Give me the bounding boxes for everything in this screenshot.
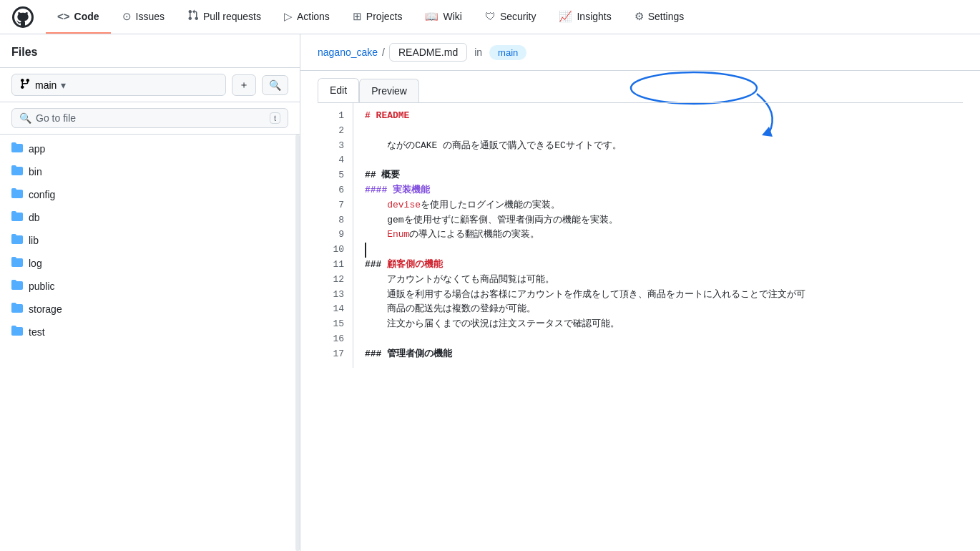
line-number-14: 14 (318, 302, 353, 317)
tab-projects[interactable]: ⊞ Projects (341, 0, 414, 34)
search-input[interactable] (36, 112, 265, 124)
wiki-icon: 📖 (425, 10, 438, 23)
line-number-15: 15 (318, 317, 353, 332)
editor-tab-preview[interactable]: Preview (359, 79, 419, 102)
code-line-11: ### 顧客側の機能 (365, 258, 963, 273)
tab-settings[interactable]: ⚙ Settings (623, 0, 696, 34)
editor-tab-edit[interactable]: Edit (318, 78, 359, 102)
tab-issues[interactable]: ⊙ Issues (111, 0, 176, 34)
line-number-7: 7 (318, 198, 353, 213)
tab-wiki[interactable]: 📖 Wiki (413, 0, 473, 34)
file-item-test[interactable]: test (0, 321, 300, 343)
line-number-8: 8 (318, 213, 353, 228)
tab-security-label: Security (500, 11, 536, 22)
file-name: public (29, 281, 55, 292)
line-numbers: 1234567891011121314151617 (318, 103, 353, 368)
branch-chevron-icon: ▾ (61, 79, 66, 91)
sidebar-header: Files (0, 34, 300, 68)
file-tree-container: app bin config db lib log public storage… (0, 135, 300, 551)
code-line-9: Enumの導入による翻訳機能の実装。 (365, 228, 963, 243)
editor-area[interactable]: 1234567891011121314151617 # README ながのCA… (318, 102, 963, 551)
folder-icon (11, 165, 23, 179)
code-lines[interactable]: # README ながのCAKE の商品を通販で購入できるECサイトです。## … (353, 103, 963, 368)
code-line-15: 注文から届くまでの状況は注文ステータスで確認可能。 (365, 317, 963, 332)
file-item-app[interactable]: app (0, 137, 300, 160)
folder-icon (11, 279, 23, 293)
file-item-config[interactable]: config (0, 183, 300, 206)
security-icon: 🛡 (485, 10, 496, 22)
branch-button[interactable]: main ▾ (11, 74, 226, 96)
tab-insights[interactable]: 📈 Insights (547, 0, 622, 34)
add-file-button[interactable]: ＋ (232, 74, 256, 96)
breadcrumb-in-label: in (474, 47, 482, 58)
main-content: nagano_cake / README.md in main Edit Pre… (300, 34, 980, 551)
line-number-12: 12 (318, 273, 353, 288)
search-input-wrap: 🔍 t (11, 108, 288, 128)
tab-actions[interactable]: ▷ Actions (273, 0, 341, 34)
breadcrumb-bar: nagano_cake / README.md in main (300, 34, 980, 71)
file-item-public[interactable]: public (0, 275, 300, 298)
file-name: lib (29, 235, 39, 246)
file-name: storage (29, 303, 62, 315)
line-number-3: 3 (318, 139, 353, 154)
file-name: app (29, 143, 45, 155)
line-number-13: 13 (318, 288, 353, 303)
tab-actions-label: Actions (297, 11, 330, 22)
file-name: log (29, 258, 42, 269)
branch-icon (19, 78, 31, 92)
line-number-17: 17 (318, 347, 353, 362)
breadcrumb-repo-link[interactable]: nagano_cake (318, 47, 378, 58)
insights-icon: 📈 (559, 10, 572, 23)
branch-name: main (35, 79, 57, 91)
breadcrumb-separator: / (382, 47, 385, 58)
tab-code[interactable]: <> Code (46, 0, 111, 34)
line-number-6: 6 (318, 183, 353, 198)
folder-icon (11, 142, 23, 156)
code-editor: 1234567891011121314151617 # README ながのCA… (318, 103, 963, 368)
line-number-4: 4 (318, 153, 353, 168)
folder-icon (11, 233, 23, 248)
nav-tabs: <> Code ⊙ Issues Pull requests ▷ Actions… (46, 0, 695, 34)
tab-pull-requests-label: Pull requests (203, 11, 261, 22)
file-list: app bin config db lib log public storage… (0, 135, 300, 346)
code-line-13: 通販を利用する場合はお客様にアカウントを作成をして頂き、商品をカートに入れること… (365, 288, 963, 303)
tab-projects-label: Projects (366, 11, 403, 22)
code-line-2 (365, 124, 963, 139)
file-item-lib[interactable]: lib (0, 229, 300, 252)
tab-security[interactable]: 🛡 Security (474, 0, 548, 34)
tab-pull-requests[interactable]: Pull requests (176, 0, 273, 34)
line-number-16: 16 (318, 332, 353, 347)
breadcrumb-filename: README.md (389, 43, 467, 62)
code-line-6: #### 実装機能 (365, 183, 963, 198)
folder-icon (11, 187, 23, 202)
branch-selector: main ▾ ＋ 🔍 (0, 68, 300, 102)
code-line-10 (365, 243, 963, 258)
scrollbar-track[interactable] (295, 135, 300, 551)
pull-requests-icon (187, 9, 199, 23)
tab-insights-label: Insights (577, 11, 611, 22)
code-line-7: deviseを使用したログイン機能の実装。 (365, 198, 963, 213)
file-item-db[interactable]: db (0, 206, 300, 229)
line-number-9: 9 (318, 228, 353, 243)
main-layout: Files main ▾ ＋ 🔍 🔍 t app (0, 34, 980, 551)
editor-toolbar: Edit Preview (300, 71, 980, 102)
line-number-11: 11 (318, 258, 353, 273)
settings-icon: ⚙ (634, 10, 644, 23)
code-line-4 (365, 153, 963, 168)
actions-icon: ▷ (284, 10, 293, 23)
tab-settings-label: Settings (648, 11, 685, 22)
code-line-12: アカウントがなくても商品閲覧は可能。 (365, 273, 963, 288)
logo (11, 6, 34, 29)
file-item-log[interactable]: log (0, 252, 300, 275)
folder-icon (11, 302, 23, 316)
search-files-button[interactable]: 🔍 (262, 75, 288, 95)
code-icon: <> (57, 10, 70, 22)
file-item-storage[interactable]: storage (0, 298, 300, 321)
file-name: config (29, 189, 55, 200)
file-item-bin[interactable]: bin (0, 160, 300, 183)
folder-icon (11, 325, 23, 339)
code-line-1: # README (365, 109, 963, 124)
code-line-8: gemを使用せずに顧客側、管理者側両方の機能を実装。 (365, 213, 963, 228)
top-nav: <> Code ⊙ Issues Pull requests ▷ Actions… (0, 0, 980, 34)
line-number-5: 5 (318, 168, 353, 183)
